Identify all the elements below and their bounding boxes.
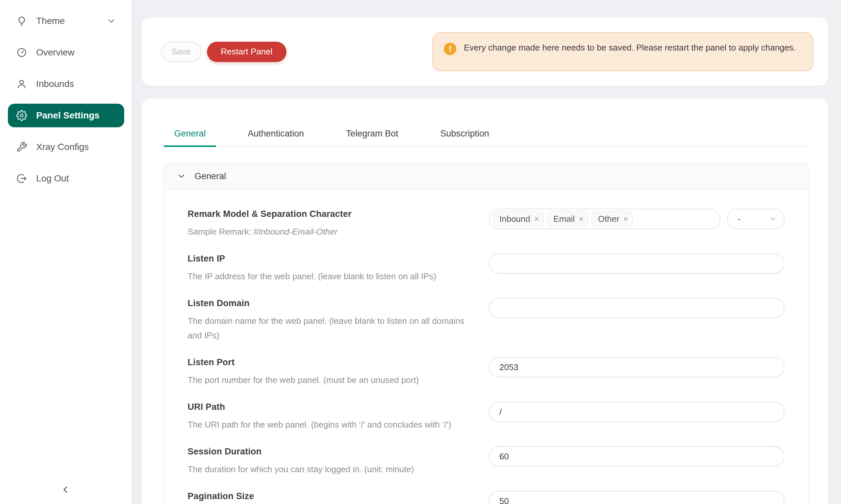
user-icon [16, 78, 28, 90]
alert-message: Every change made here needs to be saved… [464, 41, 796, 55]
sidebar-item-label: Theme [36, 16, 65, 26]
field-label: Remark Model & Separation Character [188, 209, 482, 219]
sidebar-nav: Theme Overview Inbounds Panel Settings [0, 0, 132, 190]
field-label: Listen Domain [188, 298, 482, 308]
separator-character-select[interactable]: - [727, 209, 785, 229]
remove-tag-icon[interactable]: × [579, 215, 584, 223]
sidebar-item-overview[interactable]: Overview [8, 41, 124, 64]
form-row-remark-model: Remark Model & Separation Character Samp… [188, 209, 785, 239]
sample-remark: #Inbound-Email-Other [254, 227, 338, 237]
form-row-pagination-size: Pagination Size [188, 491, 785, 504]
pagination-size-input[interactable] [489, 491, 785, 504]
field-label: Listen IP [188, 253, 482, 264]
field-label: Pagination Size [188, 491, 482, 501]
field-description: The IP address for the web panel. (leave… [188, 269, 482, 284]
field-description: The port number for the web panel. (must… [188, 373, 482, 387]
sidebar-collapse-button[interactable] [58, 482, 73, 497]
panel-title: General [194, 171, 226, 181]
restart-panel-button[interactable]: Restart Panel [207, 42, 287, 62]
remove-tag-icon[interactable]: × [534, 215, 539, 223]
chevron-down-icon [768, 215, 777, 223]
form-row-listen-ip: Listen IP The IP address for the web pan… [188, 253, 785, 284]
chevron-down-icon [106, 16, 116, 26]
gear-icon [16, 110, 28, 121]
field-label: Session Duration [188, 446, 482, 457]
field-description: The domain name for the web panel. (leav… [188, 314, 477, 343]
chevron-left-icon [61, 484, 71, 495]
general-collapse-panel: General Remark Model & Separation Charac… [164, 163, 809, 504]
tab-subscription[interactable]: Subscription [430, 129, 500, 146]
remark-model-tag-select[interactable]: Inbound × Email × Other × [489, 209, 720, 229]
sidebar: Theme Overview Inbounds Panel Settings [0, 0, 132, 504]
sidebar-item-label: Panel Settings [36, 110, 100, 121]
settings-card: General Authentication Telegram Bot Subs… [142, 98, 828, 504]
sidebar-item-log-out[interactable]: Log Out [8, 167, 124, 190]
sidebar-item-label: Inbounds [36, 79, 74, 89]
uri-path-input[interactable] [489, 402, 785, 422]
sidebar-item-label: Log Out [36, 173, 69, 184]
separator-value: - [738, 214, 740, 224]
tab-general[interactable]: General [164, 129, 216, 146]
listen-ip-input[interactable] [489, 253, 785, 274]
field-description: The URI path for the web panel. (begins … [188, 417, 482, 432]
sidebar-item-inbounds[interactable]: Inbounds [8, 72, 124, 96]
sidebar-item-xray-configs[interactable]: Xray Configs [8, 135, 124, 159]
form-row-listen-port: Listen Port The port number for the web … [188, 357, 785, 387]
sidebar-item-theme[interactable]: Theme [8, 9, 124, 33]
sidebar-item-label: Xray Configs [36, 142, 89, 152]
settings-tabs: General Authentication Telegram Bot Subs… [164, 98, 809, 147]
listen-domain-input[interactable] [489, 298, 785, 318]
tag-inbound: Inbound × [493, 211, 544, 227]
chevron-down-icon [177, 172, 186, 181]
field-label: URI Path [188, 402, 482, 412]
sidebar-item-label: Overview [36, 47, 74, 58]
tab-telegram-bot[interactable]: Telegram Bot [336, 129, 409, 146]
lightbulb-icon [16, 15, 28, 27]
dashboard-gauge-icon [16, 47, 28, 58]
form-row-listen-domain: Listen Domain The domain name for the we… [188, 298, 785, 343]
main-content: Save Restart Panel ! Every change made h… [132, 0, 841, 504]
listen-port-input[interactable] [489, 357, 785, 377]
form-row-uri-path: URI Path The URI path for the web panel.… [188, 402, 785, 432]
warning-icon: ! [444, 43, 456, 55]
remove-tag-icon[interactable]: × [623, 215, 628, 223]
restart-warning-alert: ! Every change made here needs to be sav… [432, 32, 813, 71]
tag-email: Email × [547, 211, 588, 227]
tab-authentication[interactable]: Authentication [237, 129, 314, 146]
general-panel-body: Remark Model & Separation Character Samp… [164, 190, 808, 504]
toolbar-card: Save Restart Panel ! Every change made h… [142, 18, 828, 86]
field-description: Sample Remark: #Inbound-Email-Other [188, 224, 482, 239]
session-duration-input[interactable] [489, 446, 785, 467]
sidebar-item-panel-settings[interactable]: Panel Settings [8, 104, 124, 127]
general-panel-header[interactable]: General [164, 163, 808, 190]
form-row-session-duration: Session Duration The duration for which … [188, 446, 785, 476]
wrench-icon [16, 141, 28, 153]
tag-other: Other × [591, 211, 633, 227]
logout-icon [16, 173, 28, 184]
save-button[interactable]: Save [161, 42, 201, 62]
field-label: Listen Port [188, 357, 482, 367]
field-description: The duration for which you can stay logg… [188, 462, 482, 476]
